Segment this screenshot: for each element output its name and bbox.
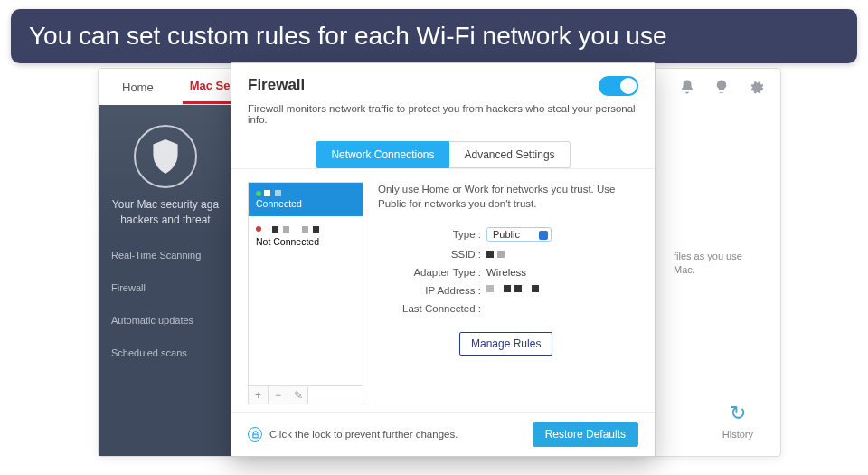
- ssid-label: SSID :: [378, 249, 486, 260]
- connection-status-label: Not Connected: [256, 236, 319, 247]
- bell-icon[interactable]: [679, 79, 695, 95]
- bulb-icon[interactable]: [713, 79, 730, 95]
- hero-text: Your Mac security aga hackers and threat: [106, 197, 225, 228]
- sidebar-item-scheduled[interactable]: Scheduled scans: [99, 337, 232, 369]
- modal-footer: Click the lock to prevent further change…: [231, 412, 655, 456]
- sidebar-item-firewall[interactable]: Firewall: [99, 271, 232, 304]
- connection-list: Connected Not Connected + − ✎: [248, 182, 363, 404]
- lock-icon[interactable]: [248, 427, 262, 442]
- firewall-modal: Firewall Firewall monitors network traff…: [231, 62, 656, 457]
- firewall-toggle[interactable]: [599, 76, 638, 96]
- ip-address-label: IP Address :: [378, 285, 486, 296]
- adapter-type-label: Adapter Type :: [378, 267, 486, 278]
- tab-home[interactable]: Home: [115, 71, 161, 103]
- remove-connection-button[interactable]: −: [269, 386, 288, 404]
- modal-title: Firewall: [248, 76, 638, 94]
- lock-text: Click the lock to prevent further change…: [269, 429, 533, 440]
- history-tile[interactable]: ↻ History: [722, 402, 753, 440]
- edit-connection-button[interactable]: ✎: [288, 386, 308, 404]
- type-select[interactable]: Public: [486, 227, 552, 242]
- modal-header: Firewall: [231, 63, 655, 103]
- ip-address-value: [486, 285, 539, 296]
- shield-icon: [134, 125, 197, 188]
- connection-status-label: Connected: [256, 198, 302, 209]
- ssid-value: [486, 251, 505, 258]
- connection-details: Only use Home or Work for networks you t…: [378, 182, 638, 404]
- type-label: Type :: [378, 229, 486, 240]
- subtab-advanced-settings[interactable]: Advanced Settings: [449, 141, 570, 168]
- modal-description: Firewall monitors network traffic to pro…: [231, 103, 655, 138]
- background-hint-text: files as you use Mac.: [674, 250, 764, 278]
- connection-item-connected[interactable]: Connected: [249, 183, 363, 216]
- subtab-network-connections[interactable]: Network Connections: [316, 141, 449, 168]
- connection-list-toolbar: + − ✎: [248, 386, 363, 404]
- trust-hint: Only use Home or Work for networks you t…: [378, 182, 638, 211]
- modal-body: Connected Not Connected + − ✎ Only use H…: [231, 169, 655, 412]
- modal-subtabs: Network Connections Advanced Settings: [231, 141, 655, 169]
- history-label: History: [722, 429, 753, 440]
- refresh-icon: ↻: [722, 402, 753, 425]
- sidebar-item-updates[interactable]: Automatic updates: [99, 304, 232, 337]
- adapter-type-value: Wireless: [486, 267, 526, 278]
- sidebar-hero: Your Mac security aga hackers and threat: [99, 105, 232, 239]
- restore-defaults-button[interactable]: Restore Defaults: [533, 422, 638, 447]
- gear-icon[interactable]: [748, 79, 764, 95]
- sidebar-item-realtime[interactable]: Real-Time Scanning: [99, 239, 232, 271]
- connection-item-not-connected[interactable]: Not Connected: [249, 216, 363, 254]
- sidebar: Your Mac security aga hackers and threat…: [99, 105, 232, 456]
- caption-banner: You can set custom rules for each Wi-Fi …: [11, 9, 857, 63]
- last-connected-label: Last Connected :: [378, 303, 486, 314]
- manage-rules-button[interactable]: Manage Rules: [459, 332, 552, 356]
- add-connection-button[interactable]: +: [249, 386, 269, 404]
